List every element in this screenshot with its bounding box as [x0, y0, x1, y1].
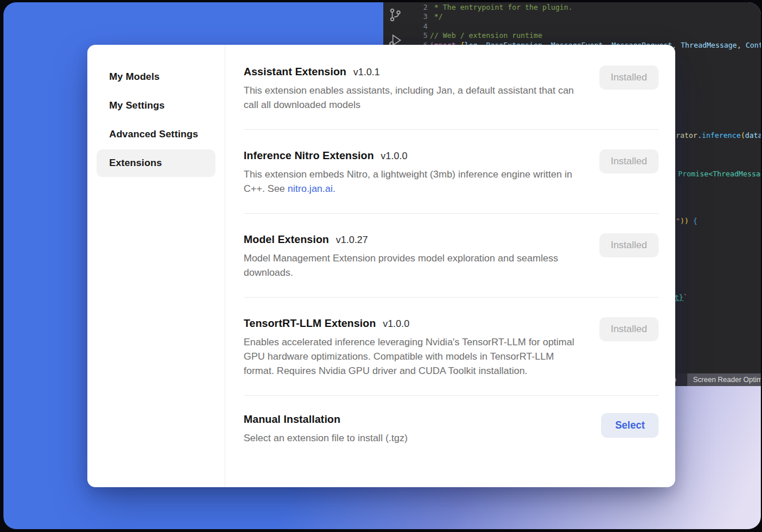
code-token: inference: [702, 131, 741, 140]
code-fragment: t}`: [675, 293, 688, 302]
line-number: 4: [405, 22, 428, 31]
extension-version: v1.0.1: [353, 67, 380, 78]
code-token: * The entrypoint for the plugin.: [430, 3, 572, 11]
extension-info: TensortRT-LLM Extensionv1.0.0Enables acc…: [244, 317, 588, 378]
extension-description: Enables accelerated inference leveraging…: [244, 335, 577, 378]
code-line: 2 * The entrypoint for the plugin.: [383, 3, 761, 12]
line-number: 2: [405, 3, 428, 12]
installed-button[interactable]: Installed: [599, 317, 659, 341]
installed-button[interactable]: Installed: [599, 65, 659, 90]
sidebar-item-label: Extensions: [109, 157, 162, 169]
extension-info: Assistant Extensionv1.0.1This extension …: [244, 65, 588, 112]
extension-row: TensortRT-LLM Extensionv1.0.0Enables acc…: [244, 298, 659, 396]
code-token: ThreadMessage: [681, 41, 737, 49]
code-line: 3 */: [383, 12, 761, 21]
sidebar-item-my-settings[interactable]: My Settings: [97, 92, 215, 119]
extension-row: Inference Nitro Extensionv1.0.0This exte…: [244, 130, 659, 214]
screen-reader-status-item[interactable]: Screen Reader Optimize: [687, 373, 761, 386]
code-token: ,: [737, 41, 745, 49]
sidebar-item-advanced-settings[interactable]: Advanced Settings: [97, 121, 215, 148]
extension-description-text: Select an extension file to install (.tg…: [244, 433, 407, 444]
screenshot-root: 2 * The entrypoint for the plugin.3 */45…: [0, 0, 762, 532]
extension-description-text: Enables accelerated inference leveraging…: [244, 337, 574, 376]
settings-sidebar: My ModelsMy SettingsAdvanced SettingsExt…: [87, 45, 225, 487]
sidebar-item-label: My Settings: [109, 100, 165, 111]
nitro-link[interactable]: nitro.jan.ai.: [288, 183, 336, 194]
code-token: Promise<ThreadMessage>: [678, 169, 761, 178]
extension-row: Model Extensionv1.0.27Model Management E…: [244, 214, 659, 298]
code-fragment: Promise<ThreadMessage>: [678, 169, 761, 179]
extension-description: This extension enables assistants, inclu…: [244, 83, 577, 112]
extension-description-text: This extension enables assistants, inclu…: [244, 85, 574, 110]
extension-row: Manual InstallationSelect an extension f…: [244, 396, 659, 458]
code-token: `: [683, 293, 688, 302]
line-number: 3: [405, 12, 428, 21]
code-lines: 2 * The entrypoint for the plugin.3 */45…: [383, 3, 761, 50]
code-line: 5// Web / extension runtime: [383, 31, 761, 40]
sidebar-item-label: My Models: [109, 71, 160, 83]
installed-button[interactable]: Installed: [599, 233, 659, 257]
extension-info: Manual InstallationSelect an extension f…: [244, 413, 590, 445]
sidebar-item-my-models[interactable]: My Models: [97, 63, 215, 91]
extension-title: Inference Nitro Extension: [244, 149, 374, 162]
code-token: ": [676, 217, 680, 225]
extension-title: TensortRT-LLM Extension: [244, 317, 376, 330]
code-fragment: ")) {: [676, 217, 698, 226]
extension-row: Assistant Extensionv1.0.1This extension …: [244, 45, 659, 130]
code-token: )): [680, 217, 694, 225]
extension-title: Assistant Extension: [244, 65, 347, 78]
extension-description: Model Management Extension provides mode…: [244, 251, 577, 280]
code-line: 4: [383, 22, 761, 31]
code-fragment: rator.inference(data));: [676, 131, 761, 140]
gradient-background: 2 * The entrypoint for the plugin.3 */45…: [3, 2, 761, 529]
code-token: */: [430, 12, 443, 21]
extension-info: Model Extensionv1.0.27Model Management E…: [244, 233, 588, 280]
code-token: // Web / extension runtime: [430, 31, 542, 40]
code-token: data: [745, 131, 761, 140]
code-token: rator: [676, 131, 698, 140]
extension-title: Model Extension: [244, 233, 329, 246]
extension-description: Select an extension file to install (.tg…: [244, 431, 577, 445]
extension-version: v1.0.0: [383, 318, 409, 330]
sidebar-item-label: Advanced Settings: [109, 129, 198, 140]
extension-title: Manual Installation: [244, 413, 340, 426]
settings-modal: My ModelsMy SettingsAdvanced SettingsExt…: [87, 45, 675, 487]
extension-description-text: Model Management Extension provides mode…: [244, 253, 558, 278]
code-token: ContentType: [745, 41, 761, 49]
extension-version: v1.0.27: [336, 234, 368, 246]
select-button[interactable]: Select: [601, 413, 659, 438]
extension-info: Inference Nitro Extensionv1.0.0This exte…: [244, 149, 588, 196]
installed-button[interactable]: Installed: [599, 149, 659, 174]
extensions-list: Assistant Extensionv1.0.1This extension …: [225, 45, 675, 487]
line-number: 5: [405, 31, 428, 40]
extension-version: v1.0.0: [381, 151, 407, 162]
code-token: {: [693, 217, 698, 225]
sidebar-item-extensions[interactable]: Extensions: [97, 149, 215, 177]
code-token: t}: [675, 293, 683, 302]
extension-description: This extension embeds Nitro, a lightweig…: [244, 167, 577, 196]
